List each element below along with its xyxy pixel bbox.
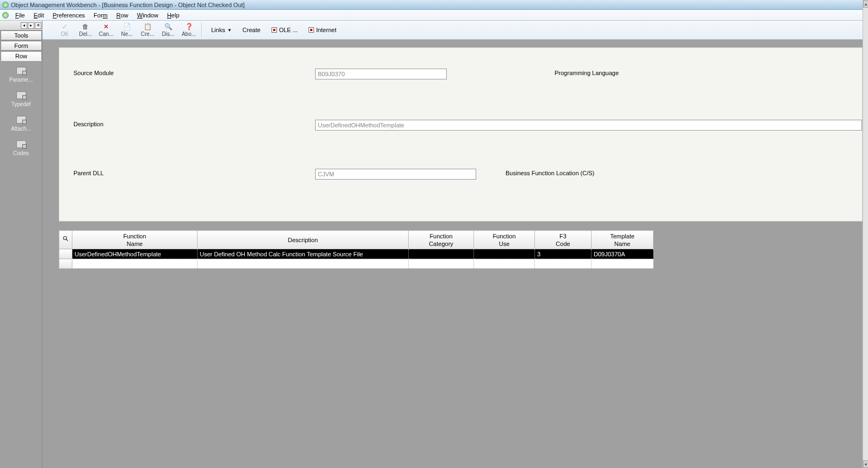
source-module-label: Source Module [73,70,114,76]
main-area: Source Module Programming Language Descr… [42,40,863,468]
doc-icon[interactable] [2,12,9,19]
create-icon: 📋 [143,23,152,30]
grid-area: Function Name Description Function Categ… [59,230,863,468]
description-label: Description [73,121,103,127]
sidebar-controls: ◂ ▸ ✕ [0,21,42,30]
table-row-empty[interactable] [59,259,654,269]
grid-table: Function Name Description Function Categ… [59,230,654,269]
menu-bar: File Edit Preferences Form Row Window He… [0,10,868,21]
svg-point-0 [63,237,66,240]
scrollbar-up-arrow[interactable]: ▴ [863,0,868,8]
grid-search-button[interactable] [59,231,72,249]
toolbar: ✓ OK 🗑 Del... ✕ Can... 📄 Ne... 📋 Cre... … [0,21,868,40]
source-module-field[interactable] [315,69,447,79]
sidebar-action-attachments[interactable]: Attach... [0,110,42,135]
about-icon: ❓ [184,23,193,30]
sidebar-action-codes[interactable]: Codes [0,135,42,159]
cell-function-use[interactable] [474,249,535,259]
menu-row[interactable]: Row [112,11,133,20]
sidebar-action-parameters[interactable]: Parame... [0,61,42,86]
typedef-icon [16,91,26,99]
create-button[interactable]: 📋 Cre... [137,21,158,39]
new-icon: 📄 [122,23,131,30]
menu-form[interactable]: Form [89,11,112,20]
cancel-button[interactable]: ✕ Can... [96,21,116,39]
sidebar-scroll-right[interactable]: ▸ [28,22,34,29]
display-icon: 🔍 [164,23,173,30]
menu-edit[interactable]: Edit [29,11,48,20]
col-template-name[interactable]: Template Name [592,231,654,249]
sidebar-tab-form[interactable]: Form [1,41,42,51]
attachments-icon [16,116,26,124]
svg-line-1 [66,239,67,241]
col-function-name[interactable]: Function Name [72,231,198,249]
sidebar-tab-tools[interactable]: Tools [1,30,42,40]
col-description[interactable]: Description [198,231,409,249]
col-function-use[interactable]: Function Use [474,231,535,249]
x-icon: ✕ [102,23,110,30]
cell-function-name[interactable]: UserDefinedOHMethodTemplate [72,249,198,259]
ole-button[interactable]: OLE ... [267,24,302,36]
parent-dll-field[interactable] [315,169,476,180]
trash-icon: 🗑 [81,23,90,30]
ole-icon [272,27,277,33]
chevron-down-icon: ▼ [227,28,232,33]
left-sidebar: ◂ ▸ ✕ Tools Form Row Parame... Typedef A… [0,21,42,468]
parameters-icon [16,67,26,75]
cell-template-name[interactable]: D09J0370A [592,249,654,259]
search-icon [63,236,69,242]
new-button[interactable]: 📄 Ne... [116,21,137,39]
programming-language-label: Programming Language [555,70,619,76]
col-f3-code[interactable]: F3 Code [535,231,592,249]
window-title: Object Management Workbench - [Business … [11,2,245,8]
display-button[interactable]: 🔍 Dis... [158,21,178,39]
sidebar-scroll-left[interactable]: ◂ [21,22,27,29]
check-icon: ✓ [60,23,69,30]
menu-help[interactable]: Help [163,11,184,20]
row-header[interactable] [59,259,72,269]
internet-icon [309,27,314,33]
form-panel: Source Module Programming Language Descr… [59,47,863,221]
table-row[interactable]: UserDefinedOHMethodTemplate User Defined… [59,249,654,259]
menu-preferences[interactable]: Preferences [48,11,89,20]
ok-button[interactable]: ✓ OK [54,21,75,39]
col-function-category[interactable]: Function Category [409,231,474,249]
window-scrollbar[interactable]: ▴ ▾ [863,0,868,468]
cell-function-category[interactable] [409,249,474,259]
delete-button[interactable]: 🗑 Del... [75,21,96,39]
codes-icon [16,140,26,148]
about-button[interactable]: ❓ Abo... [178,21,199,39]
parent-dll-label: Parent DLL [73,170,104,176]
sidebar-tab-row[interactable]: Row [1,51,42,61]
row-header[interactable] [59,249,72,259]
cell-description[interactable]: User Defined OH Method Calc Function Tem… [198,249,409,259]
title-bar: Object Management Workbench - [Business … [0,0,868,10]
links-dropdown[interactable]: Links ▼ [207,24,236,36]
scrollbar-down-arrow[interactable]: ▾ [863,460,868,468]
description-field[interactable] [315,120,862,131]
create-link-button[interactable]: Create [238,24,265,36]
toolbar-separator [201,22,202,38]
sidebar-close[interactable]: ✕ [35,22,41,29]
cell-f3-code[interactable]: 3 [535,249,592,259]
menu-file[interactable]: File [11,11,29,20]
sidebar-action-typedef[interactable]: Typedef [0,86,42,110]
internet-button[interactable]: Internet [304,24,341,36]
menu-window[interactable]: Window [133,11,163,20]
app-icon [2,2,9,8]
bf-location-label: Business Function Location (C/S) [506,170,594,176]
